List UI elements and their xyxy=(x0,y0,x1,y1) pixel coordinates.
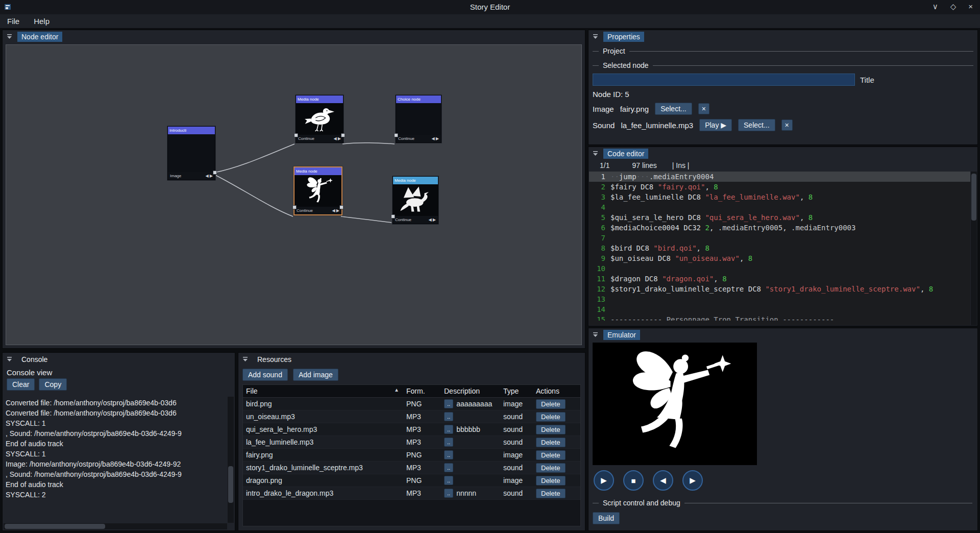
edit-description-button[interactable]: .. xyxy=(444,463,453,472)
code-line[interactable]: 12$story1_drako_luminelle_sceptre DC8 "s… xyxy=(589,284,970,294)
scrollbar-thumb[interactable] xyxy=(971,174,976,221)
scrollbar-thumb[interactable] xyxy=(5,524,105,529)
node-media-bird[interactable]: Media node Continue ◀ ▶ xyxy=(296,95,344,143)
node-title[interactable]: Introducti xyxy=(168,127,215,134)
node-footer-arrows[interactable]: ◀ ▶ xyxy=(332,208,339,213)
table-row[interactable]: dragon.pngPNG..imageDelete xyxy=(243,474,580,487)
close-icon[interactable]: × xyxy=(968,2,973,11)
sound-clear-button[interactable]: × xyxy=(781,119,793,131)
delete-button[interactable]: Delete xyxy=(536,412,566,422)
output-port[interactable] xyxy=(213,171,217,175)
node-introduction[interactable]: Introducti Image ◀ ▶ xyxy=(167,126,215,180)
code-line[interactable]: 10 xyxy=(589,263,970,274)
edit-description-button[interactable]: .. xyxy=(444,489,453,498)
collapse-icon[interactable] xyxy=(241,355,249,363)
input-port[interactable] xyxy=(394,133,398,137)
column-type[interactable]: Type xyxy=(500,387,533,395)
code-line[interactable]: 6$mediaChoice0004 DC32 2, .mediaEntry000… xyxy=(589,223,970,233)
image-select-button[interactable]: Select... xyxy=(655,103,692,115)
console-log[interactable]: Converted file: /home/anthony/ostproj/ba… xyxy=(4,397,227,523)
code-line[interactable]: 5$qui_sera_le_hero DC8 "qui_sera_le_hero… xyxy=(589,212,970,223)
table-row[interactable]: intro_drako_le_dragon.mp3MP3..nnnnnsound… xyxy=(243,487,580,500)
node-media-dragon[interactable]: Media node Continue ◀ ▶ xyxy=(393,176,438,224)
node-title[interactable]: Media node xyxy=(296,95,343,103)
step-forward-button[interactable]: ▶ xyxy=(682,470,703,491)
clear-button[interactable]: Clear xyxy=(7,378,35,391)
play-button[interactable]: ▶ xyxy=(594,470,614,491)
code-line[interactable]: 1··jump···.mediaEntry0004 xyxy=(589,172,970,182)
code-line[interactable]: 14 xyxy=(589,304,970,314)
edit-description-button[interactable]: .. xyxy=(444,425,453,434)
collapse-icon[interactable] xyxy=(592,331,599,338)
code-line[interactable]: 2$fairy DC8 "fairy.qoi", 8 xyxy=(589,182,970,192)
delete-button[interactable]: Delete xyxy=(536,399,566,409)
table-row[interactable]: fairy.pngPNG..imageDelete xyxy=(243,449,580,462)
collapse-icon[interactable] xyxy=(592,33,599,40)
edit-description-button[interactable]: .. xyxy=(444,476,453,485)
node-title[interactable]: Choice node xyxy=(396,95,441,103)
column-format[interactable]: Form. xyxy=(403,387,441,395)
node-footer-arrows[interactable]: ◀ ▶ xyxy=(428,217,436,222)
column-description[interactable]: Description xyxy=(441,387,500,395)
code-line[interactable]: 13 xyxy=(589,294,970,304)
titlebar[interactable]: Story Editor ∨ ◇ × xyxy=(0,0,980,14)
delete-button[interactable]: Delete xyxy=(536,425,566,434)
edit-description-button[interactable]: .. xyxy=(444,438,453,447)
node-footer-arrows[interactable]: ◀ ▶ xyxy=(333,136,341,141)
code-line[interactable]: 3$la_fee_luminelle DC8 "la_fee_luminelle… xyxy=(589,192,970,202)
table-row[interactable]: bird.pngPNG..aaaaaaaaaimageDelete xyxy=(243,398,580,410)
input-port[interactable] xyxy=(391,214,395,219)
node-canvas[interactable]: Introducti Image ◀ ▶ Media node Continue… xyxy=(6,44,582,345)
minimize-icon[interactable]: ∨ xyxy=(933,2,938,11)
delete-button[interactable]: Delete xyxy=(536,438,566,447)
sound-play-button[interactable]: Play ▶ xyxy=(699,119,732,131)
maximize-icon[interactable]: ◇ xyxy=(950,2,957,11)
table-row[interactable]: la_fee_luminelle.mp3MP3..soundDelete xyxy=(243,436,580,449)
step-back-button[interactable]: ◀ xyxy=(653,470,673,491)
add-sound-button[interactable]: Add sound xyxy=(242,369,288,381)
image-clear-button[interactable]: × xyxy=(698,103,709,114)
table-row[interactable]: un_oiseau.mp3MP3..soundDelete xyxy=(243,410,580,423)
code-line[interactable]: 4 xyxy=(589,202,970,212)
console-vertical-scrollbar[interactable] xyxy=(228,397,234,523)
code-line[interactable]: 7 xyxy=(589,233,970,243)
delete-button[interactable]: Delete xyxy=(536,476,566,486)
code-line[interactable]: 9$un_oiseau DC8 "un_oiseau.wav", 8 xyxy=(589,253,970,263)
delete-button[interactable]: Delete xyxy=(536,463,566,473)
delete-button[interactable]: Delete xyxy=(536,450,566,460)
stop-button[interactable]: ■ xyxy=(623,470,644,491)
sound-select-button[interactable]: Select... xyxy=(738,119,775,131)
scrollbar-thumb[interactable] xyxy=(228,466,233,503)
code-line[interactable]: 15------------ Personnage Tron Transitio… xyxy=(589,314,970,321)
copy-button[interactable]: Copy xyxy=(39,378,67,391)
input-port[interactable] xyxy=(292,205,297,209)
code-line[interactable]: 8$bird DC8 "bird.qoi", 8 xyxy=(589,243,970,253)
edit-description-button[interactable]: .. xyxy=(444,450,453,459)
input-port[interactable] xyxy=(294,133,298,137)
node-title[interactable]: Media node xyxy=(295,167,341,175)
build-button[interactable]: Build xyxy=(593,512,620,524)
collapse-icon[interactable] xyxy=(6,355,13,363)
title-input[interactable] xyxy=(593,74,855,86)
node-footer-arrows[interactable]: ◀ ▶ xyxy=(205,174,213,178)
delete-button[interactable]: Delete xyxy=(536,489,566,498)
code-line[interactable]: 11$dragon DC8 "dragon.qoi", 8 xyxy=(589,274,970,284)
edit-description-button[interactable]: .. xyxy=(444,412,453,421)
collapse-icon[interactable] xyxy=(6,33,13,40)
edit-description-button[interactable]: .. xyxy=(444,399,453,408)
code-scrollbar[interactable] xyxy=(971,172,977,325)
column-actions[interactable]: Actions xyxy=(533,387,580,395)
node-media-fairy[interactable]: Media node Continue ◀ ▶ xyxy=(293,166,342,215)
table-row[interactable]: qui_sera_le_hero.mp3MP3..bbbbbbsoundDele… xyxy=(243,423,580,436)
add-image-button[interactable]: Add image xyxy=(293,369,338,381)
output-port[interactable] xyxy=(339,205,344,209)
table-row[interactable]: story1_drako_luminelle_sceptre.mp3MP3..s… xyxy=(243,462,580,474)
node-title[interactable]: Media node xyxy=(393,177,438,184)
code-lines[interactable]: 1··jump···.mediaEntry00042$fairy DC8 "fa… xyxy=(589,172,970,325)
node-choice[interactable]: Choice node Continue ◀ ▶ xyxy=(396,95,442,143)
menu-file[interactable]: File xyxy=(7,17,19,26)
menu-help[interactable]: Help xyxy=(34,17,50,26)
output-port[interactable] xyxy=(341,133,345,137)
column-file[interactable]: File ▲ xyxy=(243,387,403,395)
console-horizontal-scrollbar[interactable] xyxy=(4,523,227,529)
